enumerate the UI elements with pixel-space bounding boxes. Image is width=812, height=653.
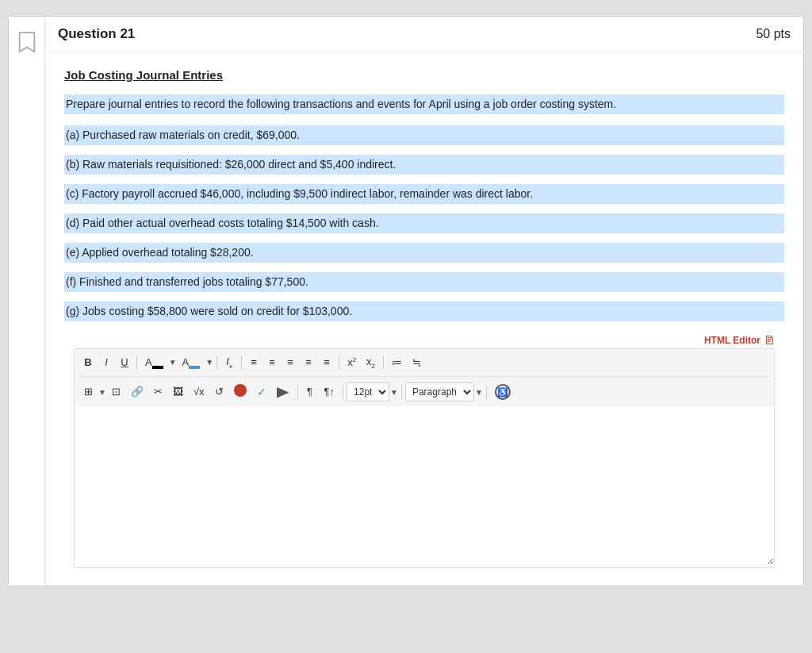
transaction-e: (e) Applied overhead totaling $28,200. (64, 243, 784, 263)
green-check-icon: ✓ (257, 386, 266, 398)
toolbar-sep-1 (136, 355, 137, 370)
justify-button[interactable]: ≡ (300, 353, 317, 372)
toolbar-row-2: ⊞ ▼ ⊡ 🔗 ✂ 🖼 √x ↺ ✓ (79, 380, 515, 403)
highlight-color-swatch (189, 366, 200, 369)
transaction-d: (d) Paid other actual overhead costs tot… (64, 213, 784, 233)
bookmark-icon[interactable] (17, 31, 36, 53)
show-blocks-button[interactable]: ¶ (301, 382, 319, 401)
font-color-dropdown[interactable]: ▼ (169, 358, 177, 367)
toolbar-sep-6 (297, 385, 298, 399)
red-circle-icon (234, 384, 247, 397)
formula-button[interactable]: √x (189, 382, 209, 401)
bookmark-area (9, 17, 45, 586)
toolbar-sep-7 (343, 385, 343, 399)
accessibility-icon: ♿ (495, 384, 511, 400)
clear-formatting-button[interactable]: Ix (220, 352, 238, 373)
align-center-button[interactable]: ≡ (263, 353, 281, 372)
ordered-list-button[interactable]: ≒ (408, 353, 426, 372)
bold-button[interactable]: B (79, 353, 97, 372)
editor-toolbar: B I U A ▼ A ▼ Ix (74, 348, 775, 406)
html-editor-label: HTML Editor (704, 335, 760, 346)
toolbar-row-divider (79, 376, 769, 377)
accessibility-button[interactable]: ♿ (490, 382, 515, 402)
image-button[interactable]: 🖼 (168, 382, 188, 401)
toolbar-row-1: B I U A ▼ A ▼ Ix (79, 352, 426, 373)
subscript-button[interactable]: x2 (362, 352, 380, 373)
editor-area-wrapper (74, 406, 775, 568)
toolbar-sep-8 (401, 385, 402, 399)
highlight-color-dropdown[interactable]: ▼ (205, 358, 213, 367)
font-size-dropdown-arrow: ▼ (390, 388, 398, 397)
indent-button[interactable]: ≡ (318, 353, 335, 372)
font-size-select[interactable]: 12pt 10pt 14pt 16pt 18pt (347, 382, 389, 401)
forbidden-button[interactable] (229, 382, 251, 403)
link-button[interactable]: 🔗 (126, 382, 148, 401)
question-header: Question 21 50 pts (45, 17, 803, 52)
paragraph-select[interactable]: Paragraph Heading 1 Heading 2 Heading 3 (405, 382, 474, 401)
superscript-button[interactable]: x2 (343, 353, 361, 373)
toolbar-sep-9 (486, 385, 487, 399)
unlink-button[interactable]: ✂ (149, 382, 167, 401)
unordered-list-button[interactable]: ≔ (387, 353, 407, 372)
table-options-button[interactable]: ⊡ (107, 382, 125, 401)
paragraph-dropdown-arrow: ▼ (475, 388, 483, 397)
question-heading: Job Costing Journal Entries (64, 68, 784, 82)
align-right-button[interactable]: ≡ (282, 353, 299, 372)
underline-button[interactable]: U (116, 353, 133, 372)
toolbar-sep-4 (339, 355, 339, 370)
question-body: Job Costing Journal Entries Prepare jour… (45, 52, 803, 586)
table-dropdown[interactable]: ▼ (98, 388, 106, 397)
font-color-button[interactable]: A (140, 353, 168, 372)
undo-button[interactable]: ↺ (210, 382, 228, 401)
align-left-button[interactable]: ≡ (245, 353, 262, 372)
toolbar-sep-3 (241, 355, 242, 370)
transaction-g: (g) Jobs costing $58,800 were sold on cr… (64, 302, 784, 321)
question-prompt: Prepare journal entries to record the fo… (64, 94, 784, 114)
font-color-swatch (152, 366, 163, 369)
question-main: Question 21 50 pts Job Costing Journal E… (45, 17, 803, 586)
media-button[interactable] (272, 382, 294, 401)
transaction-c: (c) Factory payroll accrued $46,000, inc… (64, 184, 784, 204)
highlight-color-button[interactable]: A (178, 353, 205, 372)
question-number: Question 21 (58, 26, 135, 42)
transaction-b: (b) Raw materials requisitioned: $26,000… (64, 155, 784, 175)
transaction-f: (f) Finished and transferred jobs totali… (64, 272, 784, 292)
play-icon (277, 387, 289, 398)
italic-button[interactable]: I (98, 353, 115, 372)
html-editor-icon: 🖹 (764, 334, 775, 347)
check-button[interactable]: ✓ (252, 382, 271, 403)
transaction-a: (a) Purchased raw materials on credit, $… (64, 125, 784, 145)
html-editor-bar: HTML Editor 🖹 (64, 331, 784, 348)
question-points: 50 pts (756, 27, 791, 41)
toolbar-sep-5 (383, 355, 384, 370)
source-button[interactable]: ¶↑ (320, 382, 339, 401)
question-card: Question 21 50 pts Job Costing Journal E… (8, 16, 804, 586)
table-button[interactable]: ⊞ (79, 382, 98, 401)
editor-textarea[interactable] (75, 406, 774, 565)
toolbar-sep-2 (216, 355, 217, 370)
